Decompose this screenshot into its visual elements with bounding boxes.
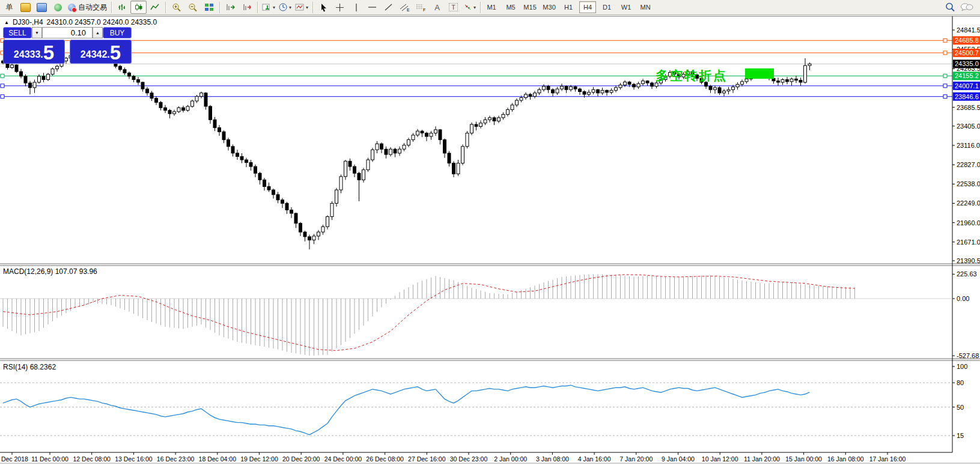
svg-text:17 Jan 16:00: 17 Jan 16:00 [869, 455, 906, 463]
lot-size-input[interactable]: 0.10 [42, 27, 93, 38]
trendline-icon [384, 3, 393, 11]
svg-text:4 Jan 16:00: 4 Jan 16:00 [578, 455, 611, 463]
buy-price-display[interactable]: 24342.5 [70, 40, 132, 64]
periods-button[interactable]: ▾ [277, 1, 293, 14]
collapse-icon[interactable]: ▲ [4, 20, 9, 25]
tab-timeframe-W1[interactable]: W1 [618, 1, 635, 13]
tab-timeframe-M30[interactable]: M30 [541, 1, 558, 13]
sell-button[interactable]: SELL [3, 27, 32, 38]
svg-text:16 Dec 23:00: 16 Dec 23:00 [157, 455, 195, 463]
svg-text:27 Dec 16:00: 27 Dec 16:00 [408, 455, 446, 463]
cursor-icon [320, 3, 327, 12]
data-window-button[interactable] [34, 1, 50, 14]
svg-text:26 Dec 08:00: 26 Dec 08:00 [366, 455, 404, 463]
zoom-in-button[interactable] [168, 1, 184, 14]
cursor-button[interactable] [315, 1, 332, 14]
crosshair-button[interactable] [332, 1, 348, 14]
auto-scroll-button[interactable] [222, 1, 239, 14]
buy-button[interactable]: BUY [103, 27, 132, 38]
chevron-down-icon: ▾ [273, 5, 275, 10]
svg-text:23116.0: 23116.0 [957, 142, 980, 149]
svg-text:24007.1: 24007.1 [955, 82, 979, 90]
chat-bubbles-icon [960, 2, 973, 12]
text-label-button[interactable]: T [445, 1, 461, 14]
svg-text:24500.7: 24500.7 [955, 49, 979, 56]
candlestick-chart-icon [134, 3, 144, 11]
toolbar-right-group [942, 1, 975, 14]
tab-timeframe-MN[interactable]: MN [637, 1, 654, 13]
buy-price-main: 24342 [81, 49, 108, 62]
one-click-trading-panel: SELL ▼ 0.10 ▲ BUY 24333.5 24342.5 [3, 27, 132, 64]
svg-text:2 Jan 00:00: 2 Jan 00:00 [494, 455, 527, 463]
candlestick-chart-button[interactable] [130, 1, 147, 14]
vertical-line-button[interactable] [348, 1, 364, 14]
chevron-down-icon: ▾ [306, 5, 308, 10]
price-axis: 24841.524552.524263.523974.523685.523405… [952, 26, 980, 264]
time-axis: 7 Dec 201811 Dec 00:0012 Dec 08:0013 Dec… [0, 452, 952, 463]
vertical-line-icon [353, 3, 359, 12]
tile-windows-button[interactable] [201, 1, 217, 14]
chart-shift-button[interactable] [239, 1, 255, 14]
market-watch-icon [20, 3, 31, 12]
svg-text:13 Dec 16:00: 13 Dec 16:00 [115, 455, 153, 463]
tab-timeframe-M1[interactable]: M1 [483, 1, 500, 13]
tab-timeframe-D1[interactable]: D1 [598, 1, 615, 13]
search-icon [945, 2, 955, 12]
template-icon [295, 3, 305, 11]
indicators-button[interactable]: ▾ [260, 1, 277, 14]
svg-text:F: F [423, 8, 425, 12]
new-order-button[interactable]: 单 [1, 1, 17, 14]
svg-text:16 Jan 08:00: 16 Jan 08:00 [827, 455, 864, 463]
equidistant-channel-button[interactable]: E [397, 1, 413, 14]
macd-indicator-label: MACD(12,26,9) 107.07 93.96 [3, 267, 97, 276]
text-label-icon: T [449, 3, 458, 11]
chart-shift-icon [242, 3, 252, 11]
toolbar-separator [219, 2, 220, 13]
chat-button[interactable] [958, 1, 975, 14]
bar-chart-button[interactable] [114, 1, 130, 14]
svg-text:24155.2: 24155.2 [955, 72, 979, 79]
chart-annotation-text[interactable]: 多空转折点 [656, 67, 728, 84]
zoom-out-button[interactable] [184, 1, 201, 14]
arrow-objects-icon [463, 3, 472, 11]
search-button[interactable] [942, 1, 958, 14]
text-button[interactable]: A [429, 1, 445, 14]
market-watch-button[interactable] [17, 1, 34, 14]
line-chart-button[interactable] [147, 1, 163, 14]
tab-timeframe-M5[interactable]: M5 [502, 1, 519, 13]
svg-text:23685.5: 23685.5 [957, 104, 980, 111]
horizontal-line-button[interactable] [364, 1, 380, 14]
strategy-tester-button[interactable] [50, 1, 66, 14]
svg-text:7 Dec 2018: 7 Dec 2018 [0, 455, 28, 463]
trendline-button[interactable] [380, 1, 397, 14]
rsi-pane: 100805015 [0, 363, 967, 439]
toolbar-separator [165, 2, 166, 13]
sell-price-display[interactable]: 24333.5 [3, 40, 65, 64]
sell-price-big-digit: 5 [43, 43, 54, 62]
auto-trading-button[interactable]: 自动交易 [66, 1, 109, 14]
templates-button[interactable]: ▾ [293, 1, 310, 14]
svg-text:21960.0: 21960.0 [957, 219, 980, 226]
tab-timeframe-H4[interactable]: H4 [579, 1, 596, 13]
arrows-button[interactable]: ▾ [461, 1, 478, 14]
svg-text:50: 50 [957, 404, 964, 411]
auto-trading-icon [68, 4, 76, 11]
tab-timeframe-H1[interactable]: H1 [560, 1, 577, 13]
toolbar-separator [257, 2, 258, 13]
lot-decrease-button[interactable]: ▼ [32, 27, 42, 38]
svg-text:21390.5: 21390.5 [957, 257, 980, 264]
svg-text:18 Dec 04:00: 18 Dec 04:00 [199, 455, 237, 463]
lot-increase-button[interactable]: ▲ [93, 27, 103, 38]
svg-text:22538.0: 22538.0 [957, 180, 980, 187]
chart-canvas[interactable]: 24841.524552.524263.523974.523685.523405… [0, 16, 980, 465]
fibonacci-button[interactable]: F [413, 1, 429, 14]
svg-text:11 Dec 00:00: 11 Dec 00:00 [31, 455, 68, 463]
svg-text:3 Jan 08:00: 3 Jan 08:00 [536, 455, 569, 463]
new-order-label: 单 [6, 2, 13, 13]
buy-price-big-digit: 5 [110, 43, 121, 62]
auto-trading-badge-icon [72, 7, 77, 13]
chart-symbol-period: DJ30-,H4 [13, 18, 43, 26]
svg-text:24 Dec 00:00: 24 Dec 00:00 [324, 455, 362, 463]
tab-timeframe-M15[interactable]: M15 [522, 1, 538, 13]
highlight-zone-rect [745, 68, 774, 79]
